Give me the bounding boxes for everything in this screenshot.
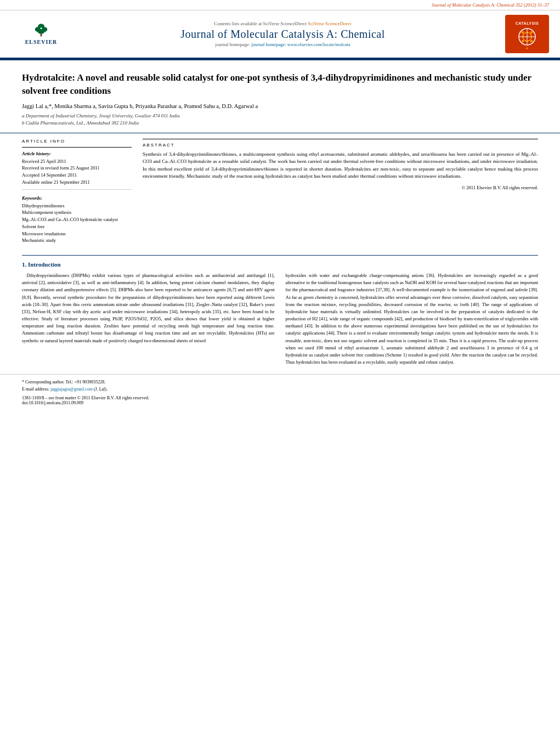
intro-left-col: Dihydropyrimidinones (DHPMs) exhibit var… — [22, 272, 275, 366]
keyword-3: Mg–Al–CO3 and Ca–Al–CO3 hydrotalcite cat… — [22, 216, 132, 223]
journal-title: Journal of Molecular Catalysis A: Chemic… — [71, 28, 494, 41]
journal-header: ELSEVIER Contents lists available at Sci… — [0, 10, 560, 59]
sciverse-link[interactable]: SciVerse ScienceDirect — [308, 21, 352, 26]
article-title-section: Hydrotalcite: A novel and reusable solid… — [0, 60, 560, 133]
svg-point-12 — [522, 31, 524, 33]
svg-point-14 — [522, 40, 524, 42]
keywords-box: Keywords: Dihydropyrimidinones Multicomp… — [22, 195, 132, 245]
sciverse-text: Contents lists available at SciVerse Sci… — [71, 21, 494, 26]
journal-logo-right: CATALYSIS A — [494, 15, 549, 53]
abstract-heading: ABSTRACT — [143, 143, 538, 148]
catalysis-logo-svg: CATALYSIS A — [505, 15, 549, 53]
abstract-text: Synthesis of 3,4-dihydropyrimidinones/th… — [143, 151, 538, 180]
keywords-label: Keywords: — [22, 195, 132, 201]
svg-point-3 — [37, 28, 45, 34]
accepted-date: Accepted 14 September 2011 — [22, 172, 132, 179]
footer-issn: 1381-1169/$ – see front matter © 2011 El… — [22, 395, 538, 400]
received-date: Received 25 April 2011 — [22, 158, 132, 165]
introduction-body: Dihydropyrimidinones (DHPMs) exhibit var… — [0, 272, 560, 366]
article-info-abstract-section: ARTICLE INFO Article history: Received 2… — [0, 133, 560, 250]
elsevier-logo: ELSEVIER — [16, 23, 66, 45]
keyword-1: Dihydropyrimidinones — [22, 202, 132, 210]
keyword-6: Mechanistic study — [22, 237, 132, 244]
keyword-4: Solvent free — [22, 223, 132, 230]
abstract-box: ABSTRACT Synthesis of 3,4-dihydropyrimid… — [143, 139, 538, 190]
article-footer: * Corresponding author. Tel.: +91 903903… — [0, 374, 560, 410]
article-info-heading: ARTICLE INFO — [22, 139, 132, 144]
article-info-column: ARTICLE INFO Article history: Received 2… — [22, 139, 132, 245]
homepage-link[interactable]: journal homepage: www.elsevier.com/locat… — [251, 42, 350, 47]
footer-email-address[interactable]: jaggiajagra@gmail.com — [50, 387, 93, 392]
intro-left-text: Dihydropyrimidinones (DHPMs) exhibit var… — [22, 272, 275, 344]
abstract-copyright: © 2011 Elsevier B.V. All rights reserved… — [143, 185, 538, 190]
journal-top-bar: Journal of Molecular Catalysis A: Chemic… — [0, 0, 560, 10]
affiliation-a: a Department of Industrial Chemistry, Ji… — [22, 112, 538, 120]
journal-citation: Journal of Molecular Catalysis A: Chemic… — [432, 2, 549, 8]
svg-point-15 — [530, 40, 533, 42]
journal-header-center: Contents lists available at SciVerse Sci… — [71, 21, 494, 47]
catalysis-logo: CATALYSIS A — [505, 15, 549, 53]
intro-title: 1. Introduction — [22, 261, 538, 268]
section-divider — [22, 255, 538, 256]
article-authors: Jaggi Lal a,*, Monika Sharma a, Savita G… — [22, 103, 538, 109]
svg-rect-4 — [41, 34, 42, 37]
elsevier-tree-icon — [33, 23, 49, 38]
footer-email: E-mail address: jaggiajagra@gmail.com (J… — [22, 386, 538, 393]
svg-text:CATALYSIS: CATALYSIS — [516, 21, 539, 25]
elsevier-logo-area: ELSEVIER — [11, 23, 71, 45]
svg-point-13 — [530, 31, 533, 33]
svg-text:A: A — [526, 47, 529, 50]
available-date: Available online 21 September 2011 — [22, 179, 132, 186]
intro-right-col: hydroxides with water and exchangeable c… — [286, 272, 539, 366]
journal-homepage: journal homepage: journal homepage: www.… — [71, 42, 494, 47]
footer-corresponding-author: * Corresponding author. Tel.: +91 903903… — [22, 379, 538, 386]
introduction-section: 1. Introduction — [0, 261, 560, 268]
abstract-column: ABSTRACT Synthesis of 3,4-dihydropyrimid… — [143, 139, 538, 245]
article-title: Hydrotalcite: A novel and reusable solid… — [22, 71, 538, 98]
intro-right-text: hydroxides with water and exchangeable c… — [286, 272, 539, 366]
affiliation-b: b Cadila Pharmaceuticals, Ltd., Ahmedaba… — [22, 120, 538, 127]
article-history-box: Article history: Received 25 April 2011 … — [22, 147, 132, 190]
footer-doi: doi:10.1016/j.molcata.2011.09.009 — [22, 400, 538, 405]
keyword-2: Multicomponent synthesis — [22, 209, 132, 216]
elsevier-text: ELSEVIER — [25, 39, 58, 45]
history-label: Article history: — [22, 151, 132, 156]
revised-date: Received in revised form 25 August 2011 — [22, 165, 132, 172]
keyword-5: Microwave irradiations — [22, 230, 132, 237]
svg-point-5 — [41, 27, 42, 29]
article-affiliations: a Department of Industrial Chemistry, Ji… — [22, 112, 538, 127]
